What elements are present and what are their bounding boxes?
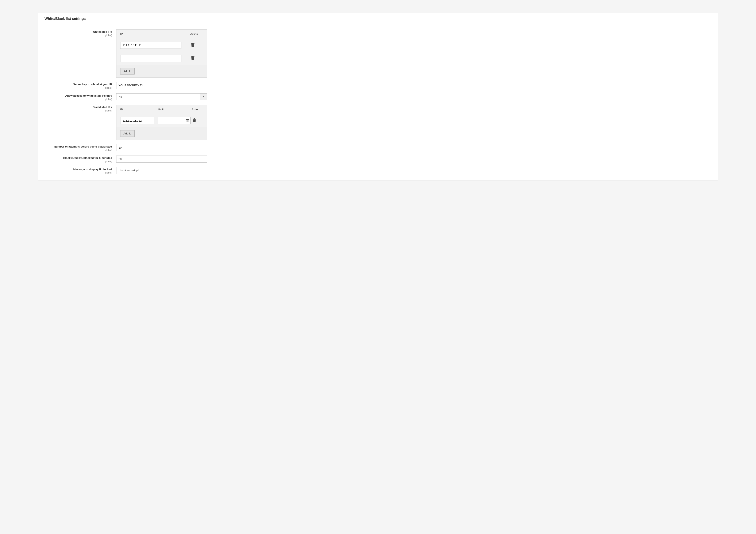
grid-footer: Add Ip xyxy=(117,127,207,140)
whitelist-ip-input[interactable] xyxy=(120,55,181,62)
field-blocked-minutes: Blacklisted IPs blocked for X minutes [g… xyxy=(44,155,712,163)
scope-label: [global] xyxy=(44,160,112,163)
grid-footer: Add Ip xyxy=(117,65,207,77)
delete-row-button[interactable] xyxy=(190,42,195,48)
label-col: Whitelisted IPs [global] xyxy=(44,29,116,37)
blacklist-ip-input[interactable] xyxy=(120,117,154,124)
trash-icon xyxy=(193,118,196,123)
blacklist-grid: IP Until Action xyxy=(116,105,207,140)
table-row xyxy=(117,39,207,52)
col-header-action: Action xyxy=(192,108,203,111)
scope-label: [global] xyxy=(44,109,112,112)
scope-label: [global] xyxy=(44,171,112,174)
allow-whitelisted-only-select[interactable]: No xyxy=(116,93,207,100)
label-attempts: Number of attempts before being blacklis… xyxy=(44,145,112,149)
field-attempts: Number of attempts before being blacklis… xyxy=(44,144,712,151)
field-secret-key: Secret key to whitelist your IP [global] xyxy=(44,82,712,89)
add-ip-button[interactable]: Add Ip xyxy=(120,68,135,74)
select-wrap: No xyxy=(116,93,207,100)
attempts-input[interactable] xyxy=(116,144,207,151)
add-ip-button[interactable]: Add Ip xyxy=(120,130,135,137)
table-row xyxy=(117,52,207,65)
col-header-action: Action xyxy=(190,33,203,36)
label-secret-key: Secret key to whitelist your IP xyxy=(44,83,112,86)
field-blocked-message: Message to display if blocked [global] xyxy=(44,167,712,174)
trash-icon xyxy=(191,43,195,47)
secret-key-input[interactable] xyxy=(116,82,207,89)
col-header-ip: IP xyxy=(120,33,183,36)
blocked-minutes-input[interactable] xyxy=(116,155,207,162)
scope-label: [global] xyxy=(44,149,112,151)
until-wrap xyxy=(158,117,191,124)
field-allow-whitelisted-only: Allow access to whitelisted IPs only [gl… xyxy=(44,93,712,100)
whitelist-ip-input[interactable] xyxy=(120,42,181,49)
label-blocked-minutes: Blacklisted IPs blocked for X minutes xyxy=(44,156,112,160)
whitelist-grid: IP Action xyxy=(116,29,207,78)
field-blacklisted-ips: Blacklisted IPs [global] IP Until Action xyxy=(44,105,712,140)
table-row xyxy=(117,114,207,127)
settings-panel: White/Black list settings Whitelisted IP… xyxy=(38,13,718,181)
blocked-message-input[interactable] xyxy=(116,167,207,174)
label-blocked-message: Message to display if blocked xyxy=(44,168,112,171)
delete-row-button[interactable] xyxy=(192,118,197,124)
scope-label: [global] xyxy=(44,98,112,100)
label-allow-whitelisted-only: Allow access to whitelisted IPs only xyxy=(44,94,112,98)
scope-label: [global] xyxy=(44,34,112,37)
col-header-until: Until xyxy=(158,108,192,111)
label-whitelisted-ips: Whitelisted IPs xyxy=(44,30,112,34)
delete-row-button[interactable] xyxy=(190,55,195,61)
field-whitelisted-ips: Whitelisted IPs [global] IP Action xyxy=(44,29,712,78)
grid-header: IP Action xyxy=(117,30,207,39)
label-blacklisted-ips: Blacklisted IPs xyxy=(44,105,112,109)
grid-header: IP Until Action xyxy=(117,105,207,114)
panel-title: White/Black list settings xyxy=(44,17,712,21)
calendar-icon[interactable] xyxy=(186,119,189,123)
scope-label: [global] xyxy=(44,87,112,89)
col-header-ip: IP xyxy=(120,108,158,111)
input-col: IP Action xyxy=(116,29,207,78)
trash-icon xyxy=(191,56,195,61)
